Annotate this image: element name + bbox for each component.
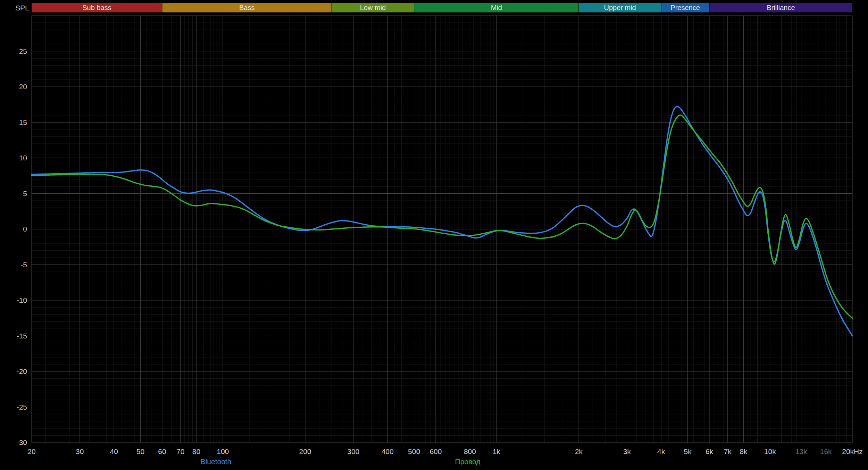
band-label: Upper mid bbox=[604, 4, 636, 11]
x-tick-label: 300 bbox=[347, 447, 359, 455]
x-tick-label: 800 bbox=[464, 447, 476, 455]
x-tick-label: 13k bbox=[795, 447, 807, 455]
curve-wired bbox=[32, 115, 852, 318]
x-tick-label: 100 bbox=[217, 447, 229, 455]
x-tick-label: 30 bbox=[76, 447, 84, 455]
x-tick-label: 500 bbox=[408, 447, 420, 455]
y-tick-label: 20 bbox=[19, 83, 27, 91]
y-tick-label: -15 bbox=[17, 332, 27, 340]
y-tick-label: -20 bbox=[17, 367, 27, 375]
x-tick-label: 3k bbox=[623, 447, 631, 455]
x-tick-label: 10k bbox=[764, 447, 776, 455]
x-tick-label: 40 bbox=[110, 447, 118, 455]
band-label: Presence bbox=[670, 4, 700, 11]
x-tick-label: 8k bbox=[740, 447, 748, 455]
x-tick-label: 70 bbox=[176, 447, 184, 455]
band-label: Sub bass bbox=[82, 4, 111, 11]
spl-axis-label: SPL bbox=[15, 4, 29, 12]
y-tick-label: 15 bbox=[19, 118, 27, 126]
curve-bluetooth bbox=[32, 107, 852, 336]
legend-bluetooth[interactable]: Bluetooth bbox=[201, 458, 232, 466]
y-tick-label: 25 bbox=[19, 47, 27, 55]
x-tick-label: 2k bbox=[575, 447, 583, 455]
x-tick-label: 5k bbox=[684, 447, 692, 455]
y-tick-label: -10 bbox=[17, 296, 27, 304]
band-label: Bass bbox=[239, 4, 254, 11]
x-tick-label: 4k bbox=[657, 447, 665, 455]
x-tick-label: 80 bbox=[192, 447, 200, 455]
band-label: Mid bbox=[491, 4, 502, 11]
x-tick-label: 20kHz bbox=[842, 447, 863, 455]
y-tick-label: -25 bbox=[17, 403, 27, 411]
x-tick-label: 200 bbox=[299, 447, 311, 455]
chart-canvas: Sub bassBassLow midMidUpper midPresenceB… bbox=[0, 0, 868, 470]
x-tick-label: 20 bbox=[27, 447, 35, 455]
x-tick-label: 50 bbox=[136, 447, 144, 455]
y-tick-label: -30 bbox=[17, 438, 27, 446]
x-tick-label: 60 bbox=[158, 447, 166, 455]
x-tick-label: 6k bbox=[706, 447, 713, 455]
x-tick-label: 600 bbox=[429, 447, 442, 455]
frequency-response-chart: Sub bassBassLow midMidUpper midPresenceB… bbox=[0, 0, 868, 470]
y-tick-label: 10 bbox=[19, 154, 27, 162]
x-tick-label: 16k bbox=[820, 447, 832, 455]
band-label: Low mid bbox=[360, 4, 386, 11]
band-label: Brilliance bbox=[767, 4, 795, 11]
x-tick-label: 400 bbox=[382, 447, 394, 455]
y-tick-label: 5 bbox=[23, 190, 27, 198]
y-tick-label: 0 bbox=[23, 225, 27, 233]
x-tick-label: 1k bbox=[493, 447, 501, 455]
y-tick-label: -5 bbox=[20, 261, 27, 269]
legend-wired[interactable]: Провод bbox=[455, 458, 481, 466]
x-tick-label: 7k bbox=[724, 447, 732, 455]
